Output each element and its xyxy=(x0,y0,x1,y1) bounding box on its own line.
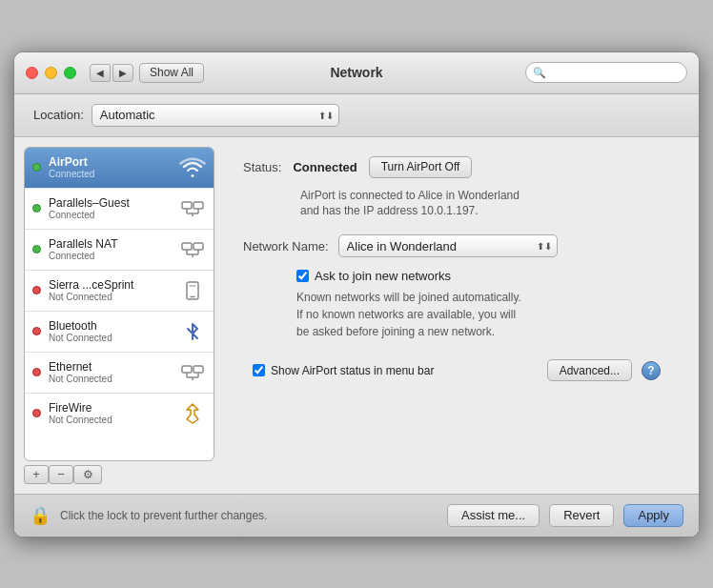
search-icon: 🔍 xyxy=(533,67,546,79)
assist-me-button[interactable]: Assist me... xyxy=(447,504,540,527)
show-all-button[interactable]: Show All xyxy=(139,63,204,83)
parallels-nat-icon xyxy=(179,236,206,263)
sidebar-item-parallels-nat[interactable]: Parallels NAT Connected xyxy=(25,230,214,271)
airport-status-dot xyxy=(32,163,41,172)
svg-rect-6 xyxy=(182,243,192,250)
nav-buttons: ◀ ▶ xyxy=(90,64,133,82)
network-window: ◀ ▶ Show All Network 🔍 Location: Automat… xyxy=(13,51,700,537)
ask-join-row: Ask to join new networks xyxy=(296,269,670,283)
svg-rect-0 xyxy=(182,202,192,209)
ethernet-dot xyxy=(32,368,41,376)
footer: 🔒 Click the lock to prevent further chan… xyxy=(14,494,699,537)
sidebar-item-ethernet[interactable]: Ethernet Not Connected xyxy=(25,353,214,394)
bluetooth-icon xyxy=(179,318,206,345)
lock-text: Click the lock to prevent further change… xyxy=(60,509,438,522)
ethernet-name: Ethernet xyxy=(49,360,172,374)
sidebar-item-sierra-sprint[interactable]: Sierra ...ceSprint Not Connected xyxy=(25,271,214,312)
bluetooth-name: Bluetooth xyxy=(49,319,172,333)
advanced-button[interactable]: Advanced... xyxy=(547,359,632,381)
close-button[interactable] xyxy=(26,67,38,79)
sierra-sprint-name: Sierra ...ceSprint xyxy=(49,278,172,292)
airport-status: Connected xyxy=(49,169,172,179)
network-name-select[interactable]: Alice in Wonderland xyxy=(338,234,558,257)
svg-rect-15 xyxy=(182,366,192,373)
network-select-wrapper: Alice in Wonderland ⬆⬇ xyxy=(338,234,558,257)
firewire-name: FireWire xyxy=(49,401,172,415)
sierra-sprint-icon xyxy=(179,277,206,304)
sidebar-controls: + − ⚙ xyxy=(24,465,214,484)
parallels-nat-name: Parallels NAT xyxy=(49,237,172,251)
sierra-sprint-status: Not Connected xyxy=(49,292,172,302)
svg-rect-1 xyxy=(194,202,203,209)
forward-button[interactable]: ▶ xyxy=(112,64,133,82)
parallels-nat-text: Parallels NAT Connected xyxy=(49,237,172,261)
network-description: Known networks will be joined automatica… xyxy=(296,289,670,340)
network-name-label: Network Name: xyxy=(243,239,329,253)
window-title: Network xyxy=(330,65,382,80)
wifi-icon xyxy=(179,154,206,181)
remove-network-button[interactable]: − xyxy=(49,465,73,484)
titlebar: ◀ ▶ Show All Network 🔍 xyxy=(14,52,699,94)
location-select-wrapper: Automatic ⬆⬇ xyxy=(92,104,339,127)
detail-panel: Status: Connected Turn AirPort Off AirPo… xyxy=(224,147,689,484)
show-airport-status-checkbox[interactable] xyxy=(253,364,265,376)
sierra-sprint-dot xyxy=(32,286,41,294)
firewire-icon xyxy=(179,400,206,427)
parallels-guest-icon xyxy=(179,195,206,222)
parallels-guest-text: Parallels–Guest Connected xyxy=(49,196,172,220)
help-button[interactable]: ? xyxy=(642,361,661,380)
search-input[interactable] xyxy=(525,62,687,83)
sidebar-item-bluetooth[interactable]: Bluetooth Not Connected xyxy=(25,312,214,353)
status-value: Connected xyxy=(293,160,356,174)
parallels-nat-status: Connected xyxy=(49,251,172,261)
airport-text: AirPort Connected xyxy=(49,155,172,179)
bottom-bar: Show AirPort status in menu bar Advanced… xyxy=(243,359,670,381)
show-airport-status-label: Show AirPort status in menu bar xyxy=(271,364,434,377)
parallels-guest-name: Parallels–Guest xyxy=(49,196,172,210)
bluetooth-text: Bluetooth Not Connected xyxy=(49,319,172,343)
apply-button[interactable]: Apply xyxy=(623,504,683,527)
ethernet-icon xyxy=(179,359,206,386)
sierra-sprint-text: Sierra ...ceSprint Not Connected xyxy=(49,278,172,302)
location-toolbar: Location: Automatic ⬆⬇ xyxy=(14,94,699,137)
revert-button[interactable]: Revert xyxy=(549,504,614,527)
status-description: AirPort is connected to Alice in Wonderl… xyxy=(300,188,670,220)
bluetooth-dot xyxy=(32,327,41,335)
parallels-nat-dot xyxy=(32,245,41,253)
minimize-button[interactable] xyxy=(45,67,57,79)
location-select[interactable]: Automatic xyxy=(92,104,339,127)
status-row: Status: Connected Turn AirPort Off xyxy=(243,156,670,178)
sidebar-item-airport[interactable]: AirPort Connected xyxy=(25,148,214,189)
sidebar-item-parallels-guest[interactable]: Parallels–Guest Connected xyxy=(25,189,214,230)
airport-name: AirPort xyxy=(49,155,172,169)
firewire-status: Not Connected xyxy=(49,415,172,425)
svg-rect-16 xyxy=(194,366,203,373)
sidebar-list: AirPort Connected xyxy=(24,147,214,461)
svg-rect-7 xyxy=(194,243,203,250)
location-label: Location: xyxy=(33,108,84,122)
main-content: AirPort Connected xyxy=(14,137,699,494)
sidebar: AirPort Connected xyxy=(24,147,214,484)
back-button[interactable]: ◀ xyxy=(90,64,111,82)
parallels-guest-status: Connected xyxy=(49,210,172,220)
network-name-row: Network Name: Alice in Wonderland ⬆⬇ xyxy=(243,234,670,257)
bluetooth-status: Not Connected xyxy=(49,333,172,343)
maximize-button[interactable] xyxy=(64,67,76,79)
firewire-text: FireWire Not Connected xyxy=(49,401,172,425)
turn-airport-off-button[interactable]: Turn AirPort Off xyxy=(369,156,473,178)
ethernet-status: Not Connected xyxy=(49,374,172,384)
firewire-dot xyxy=(32,409,41,417)
status-label: Status: xyxy=(243,160,281,174)
ethernet-text: Ethernet Not Connected xyxy=(49,360,172,384)
network-gear-button[interactable]: ⚙ xyxy=(73,465,102,484)
ask-join-checkbox[interactable] xyxy=(296,270,309,282)
traffic-lights xyxy=(26,67,76,79)
lock-icon[interactable]: 🔒 xyxy=(30,505,51,526)
search-box: 🔍 xyxy=(525,62,687,83)
sidebar-item-firewire[interactable]: FireWire Not Connected xyxy=(25,394,214,434)
parallels-guest-dot xyxy=(32,204,41,213)
show-status-row: Show AirPort status in menu bar xyxy=(253,364,434,377)
ask-join-label: Ask to join new networks xyxy=(315,269,451,283)
add-network-button[interactable]: + xyxy=(24,465,49,484)
